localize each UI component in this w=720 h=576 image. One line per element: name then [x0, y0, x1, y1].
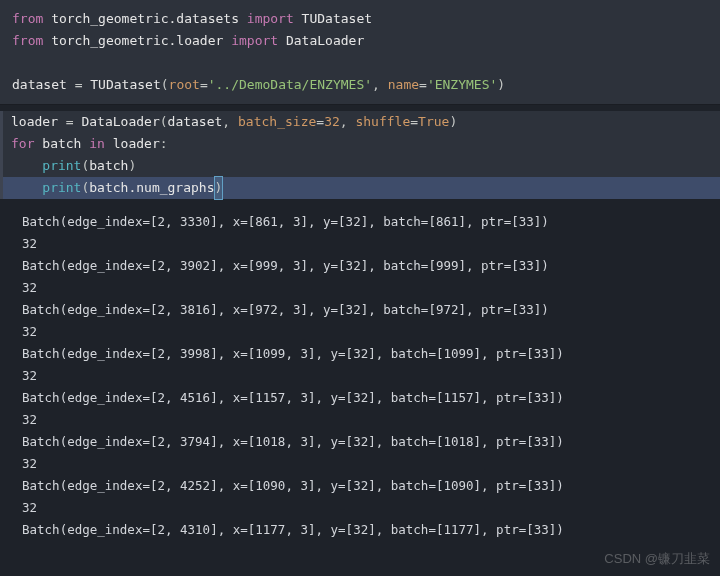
output-line: Batch(edge_index=[2, 3998], x=[1099, 3],…: [22, 343, 720, 365]
code-line-import-2: from torch_geometric.loader import DataL…: [12, 30, 720, 52]
code-line-for: for batch in loader:: [3, 133, 720, 155]
code-line-dataset: dataset = TUDataset(root='../DemoData/EN…: [12, 74, 720, 96]
output-line: Batch(edge_index=[2, 4516], x=[1157, 3],…: [22, 387, 720, 409]
code-line-loader: loader = DataLoader(dataset, batch_size=…: [3, 111, 720, 133]
output-line: 32: [22, 365, 720, 387]
code-line-print-batch: print(batch): [3, 155, 720, 177]
output-line: 32: [22, 321, 720, 343]
keyword-from: from: [12, 11, 51, 26]
output-line: Batch(edge_index=[2, 4252], x=[1090, 3],…: [22, 475, 720, 497]
cursor[interactable]: ): [215, 177, 223, 199]
editor-main-block[interactable]: loader = DataLoader(dataset, batch_size=…: [0, 111, 720, 199]
code-line-import-1: from torch_geometric.datasets import TUD…: [12, 8, 720, 30]
output-line: 32: [22, 233, 720, 255]
output-line: Batch(edge_index=[2, 3816], x=[972, 3], …: [22, 299, 720, 321]
watermark: CSDN @镰刀韭菜: [604, 548, 710, 570]
code-line-print-numgraphs: print(batch.num_graphs): [3, 177, 720, 199]
keyword-import: import: [247, 11, 302, 26]
output-line: 32: [22, 497, 720, 519]
output-line: 32: [22, 277, 720, 299]
output-line: Batch(edge_index=[2, 3330], x=[861, 3], …: [22, 211, 720, 233]
output-line: Batch(edge_index=[2, 3902], x=[999, 3], …: [22, 255, 720, 277]
output-line: 32: [22, 409, 720, 431]
output-line: 32: [22, 453, 720, 475]
code-line-blank: [12, 52, 720, 74]
editor-top-block[interactable]: from torch_geometric.datasets import TUD…: [0, 0, 720, 105]
output-console[interactable]: Batch(edge_index=[2, 3330], x=[861, 3], …: [0, 199, 720, 541]
output-line: Batch(edge_index=[2, 3794], x=[1018, 3],…: [22, 431, 720, 453]
output-line: Batch(edge_index=[2, 4310], x=[1177, 3],…: [22, 519, 720, 541]
